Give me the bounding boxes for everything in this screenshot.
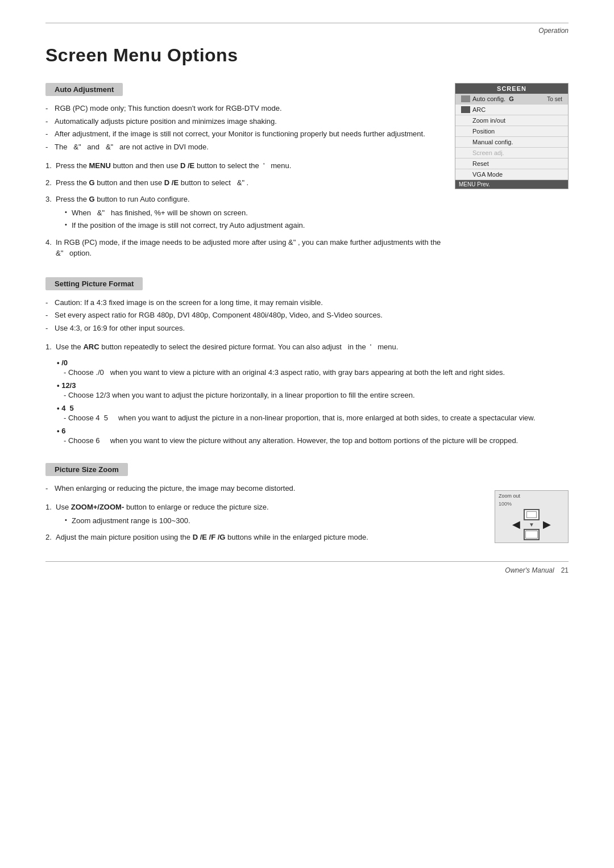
menu-item-reset: Reset <box>455 158 568 169</box>
option-label: • 6 <box>57 427 569 435</box>
menu-icon <box>461 95 470 102</box>
menu-title: SCREEN <box>455 84 568 94</box>
page-title: Screen Menu Options <box>45 45 569 66</box>
bottom-rule <box>45 561 569 562</box>
zoom-box-top <box>524 509 540 520</box>
option-label: • /0 <box>57 358 569 367</box>
option-6: • 6 - Choose 6 when you want to view the… <box>57 427 569 445</box>
option-desc: - Choose 4 5 when you want to adjust the… <box>57 414 569 422</box>
option-12-3: • 12/3 - Choose 12/3 when you want to ad… <box>57 381 569 399</box>
list-item: RGB (PC) mode only; This function doesn'… <box>45 103 449 114</box>
list-item: Use 4:3, or 16:9 for other input sources… <box>45 323 569 334</box>
list-item: Caution: If a 4:3 fixed image is on the … <box>45 297 569 308</box>
auto-adjustment-header: Auto Adjustment <box>45 83 123 96</box>
owner-manual-label: Owner's Manual <box>505 566 554 574</box>
list-item: If the position of the image is still no… <box>65 220 449 231</box>
menu-icon-position <box>461 128 470 135</box>
option-desc: - Choose 6 when you want to view the pic… <box>57 436 569 445</box>
zoom-arrows: ◀ ▼ ▶ <box>499 509 565 540</box>
zoom-title: Zoom out <box>499 493 565 499</box>
list-item: Zoom adjustment range is 100~300. <box>65 515 489 527</box>
menu-item-auto-config: Auto config. G To set <box>455 94 568 105</box>
setting-picture-bullets: Caution: If a 4:3 fixed image is on the … <box>45 297 569 334</box>
list-item: The &" and &" are not active in DVI mode… <box>45 141 449 153</box>
setting-picture-steps: 1. Use the ARC button repeatedly to sele… <box>45 341 569 353</box>
list-item: 1. Use the ARC button repeatedly to sele… <box>45 341 569 353</box>
top-rule <box>45 23 569 23</box>
picture-size-zoom-header: Picture Size Zoom <box>45 463 128 476</box>
menu-item-zoom: Zoom in/out <box>455 115 568 126</box>
menu-item-arc: ARC <box>455 105 568 115</box>
picture-size-zoom-section: Picture Size Zoom When enlarging or redu… <box>45 463 569 543</box>
zoom-subtitle: 100% <box>499 501 565 507</box>
list-item: 1. Use ZOOM+/ZOOM- button to enlarge or … <box>45 502 489 526</box>
list-item: When &" has finished, %+ will be shown o… <box>65 207 449 219</box>
list-item: After adjustment, if the image is still … <box>45 128 449 140</box>
menu-footer: MENU Prev. <box>455 180 568 189</box>
zoom-bullets: When enlarging or reducing the picture, … <box>45 483 569 494</box>
page-number: 21 <box>561 566 569 574</box>
menu-icon-reset <box>461 160 470 167</box>
menu-item-vga: VGA Mode <box>455 169 568 180</box>
zoom-center: ▼ <box>524 509 540 540</box>
list-item: Set every aspect ratio for RGB 480p, DVI… <box>45 310 569 321</box>
menu-icon-zoom <box>461 117 470 124</box>
auto-adj-steps: 1. Press the MENU button and then use D … <box>45 160 449 259</box>
menu-item-screen-adj: Screen adj. <box>455 148 568 158</box>
list-item: 2. Adjust the main picture position usin… <box>45 532 489 543</box>
auto-adjustment-section: Auto Adjustment SCREEN Auto config. G To… <box>45 83 569 259</box>
auto-adj-bullets: RGB (PC) mode only; This function doesn'… <box>45 103 449 152</box>
option-4-3: • /0 - Choose ./0 when you want to view … <box>57 358 569 377</box>
picture-format-options: • /0 - Choose ./0 when you want to view … <box>45 358 569 445</box>
right-arrow-icon: ▶ <box>543 518 551 531</box>
list-item: 4. In RGB (PC) mode, if the image needs … <box>45 237 449 259</box>
left-arrow-icon: ◀ <box>512 518 520 531</box>
zoom-divider: ▼ <box>529 521 534 528</box>
operation-label: Operation <box>45 27 569 35</box>
option-label: • 4 5 <box>57 404 569 412</box>
setting-picture-section: Setting Picture Format Caution: If a 4:3… <box>45 277 569 445</box>
menu-item-position: Position <box>455 126 568 137</box>
menu-icon-manual <box>461 139 470 145</box>
page: Operation Screen Menu Options Auto Adjus… <box>0 0 614 608</box>
zoom-steps: 1. Use ZOOM+/ZOOM- button to enlarge or … <box>45 502 569 543</box>
list-item: When enlarging or reducing the picture, … <box>45 483 569 494</box>
step3-subbullets: When &" has finished, %+ will be shown o… <box>56 207 449 231</box>
zoom-box-bottom <box>524 529 540 540</box>
list-item: 2. Press the G button and then use D /E … <box>45 177 449 189</box>
option-4-5: • 4 5 - Choose 4 5 when you want to adju… <box>57 404 569 422</box>
option-desc: - Choose ./0 when you want to view a pic… <box>57 368 569 377</box>
menu-item-manual-config: Manual config. <box>455 137 568 148</box>
list-item: Automatically adjusts picture position a… <box>45 116 449 127</box>
menu-icon-arc <box>461 106 470 113</box>
menu-icon-vga <box>461 171 470 178</box>
zoom-box-inner <box>526 511 537 518</box>
zoom-menu-image: Zoom out 100% ◀ ▼ ▶ <box>495 490 569 543</box>
operation-text: Operation <box>538 27 569 35</box>
menu-icon-screenadj <box>461 149 470 156</box>
list-item: 3. Press the G button to run Auto config… <box>45 194 449 231</box>
setting-picture-header: Setting Picture Format <box>45 277 143 290</box>
list-item: 1. Press the MENU button and then use D … <box>45 160 449 172</box>
zoom-sub: Zoom adjustment range is 100~300. <box>56 515 489 527</box>
screen-menu-image: SCREEN Auto config. G To set ARC Zoom in… <box>455 83 569 189</box>
footer: Owner's Manual 21 <box>45 566 569 574</box>
zoom-box-inner-2 <box>525 531 538 539</box>
option-desc: - Choose 12/3 when you want to adjust th… <box>57 391 569 399</box>
option-label: • 12/3 <box>57 381 569 390</box>
